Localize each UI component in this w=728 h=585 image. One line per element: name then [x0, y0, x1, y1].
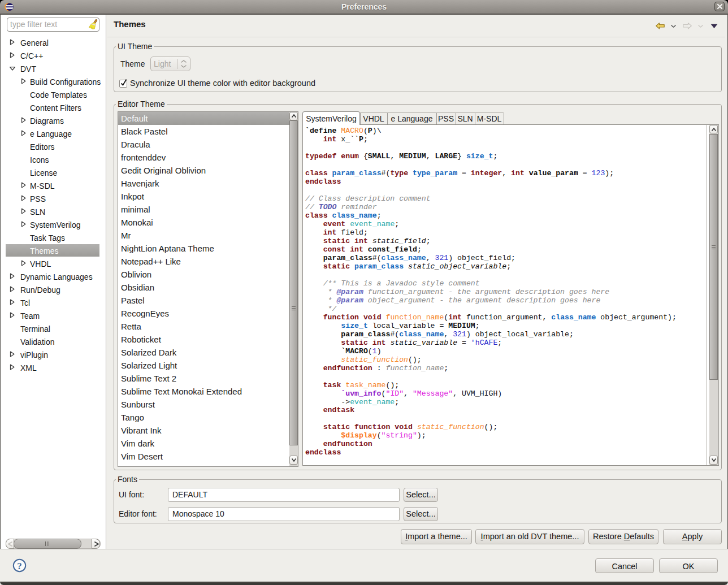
svg-text:?: ?	[17, 561, 22, 571]
